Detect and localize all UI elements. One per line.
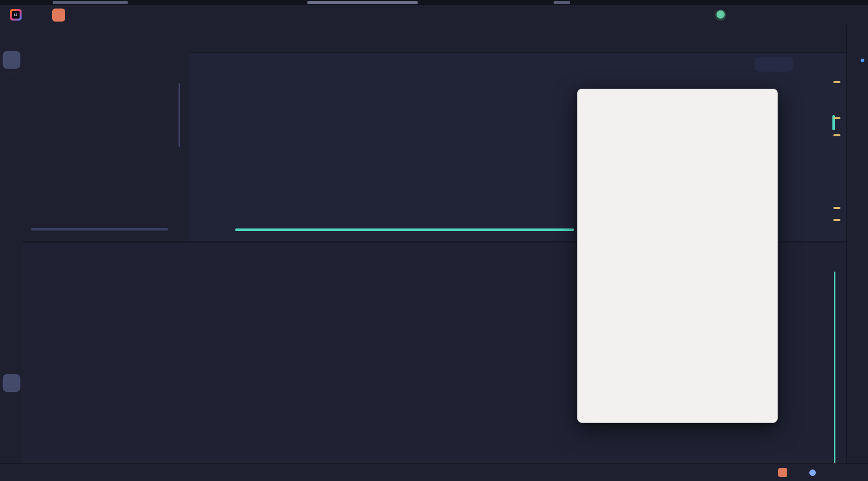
sidebar-item-tools[interactable] [3,330,20,348]
branch-project-badge [778,468,787,477]
error-stripe-mark[interactable] [833,81,840,83]
sidebar-item-run[interactable] [3,284,20,302]
sidebar-item-more[interactable] [3,103,20,120]
divider [5,74,18,74]
calculator-window [577,89,778,423]
calculator-maximize-button[interactable] [725,89,748,110]
sidebar-item-build[interactable] [3,308,20,325]
highlighting-level-icon[interactable] [809,469,816,476]
inspections-widget[interactable] [755,57,793,72]
vcs-menu[interactable] [128,5,131,25]
sidebar-item-ai-assistant[interactable] [849,78,866,96]
gutter-separator [230,53,230,242]
calculator-close-button[interactable] [754,89,777,110]
left-tool-stripe [0,25,23,463]
window-close-button[interactable] [845,5,868,25]
sidebar-item-terminal[interactable] [3,374,20,392]
window-minimize-button[interactable] [800,5,823,25]
top-edge-strip [0,0,868,5]
sidebar-item-documentation[interactable] [849,139,866,157]
tree-vertical-scrollbar[interactable] [179,83,180,147]
tree-horizontal-scrollbar[interactable] [31,228,168,230]
editor-tabbar [190,25,846,53]
calculator-titlebar[interactable] [578,89,777,110]
calculator-memory-row [582,210,774,223]
sidebar-item-maven[interactable] [849,117,866,134]
calculator-keypad [580,257,776,419]
editor-horizontal-scrollbar[interactable] [235,228,574,231]
sidebar-item-remote-dev[interactable] [849,183,866,201]
avatar[interactable] [715,10,726,21]
project-avatar[interactable] [52,9,65,22]
sidebar-item-gradle[interactable] [849,161,866,178]
background-window-fragment [307,1,418,4]
error-stripe-mark[interactable] [833,134,840,136]
sidebar-item-project[interactable] [3,51,20,69]
terminal-scrollbar[interactable] [834,272,835,463]
intellij-logo-icon[interactable]: IJ [10,9,22,21]
titlebar: IJ [0,5,868,26]
right-tool-stripe [846,25,868,463]
background-window-fragment [53,1,128,4]
background-window-fragment [554,1,570,4]
sidebar-item-problems[interactable] [3,398,20,415]
status-bar [0,463,868,481]
calculator-nav [578,111,777,131]
calculator-minimize-button[interactable] [695,89,718,110]
sidebar-item-version-control[interactable] [3,420,20,438]
sidebar-item-notifications[interactable] [849,56,866,74]
project-widget[interactable] [70,5,73,25]
sidebar-item-services[interactable] [3,353,20,371]
window-maximize-button[interactable] [823,5,845,25]
notification-badge [860,58,864,63]
sidebar-item-database[interactable] [849,96,866,113]
branch-widget[interactable] [778,468,790,477]
error-stripe-mark[interactable] [833,207,840,209]
error-stripe-mark[interactable] [833,219,840,221]
ide-window: IJ [0,0,868,481]
run-configuration[interactable] [526,5,533,25]
sidebar-item-commit[interactable] [3,80,20,98]
project-panel [23,25,190,242]
error-stripe-mark[interactable] [833,117,840,119]
